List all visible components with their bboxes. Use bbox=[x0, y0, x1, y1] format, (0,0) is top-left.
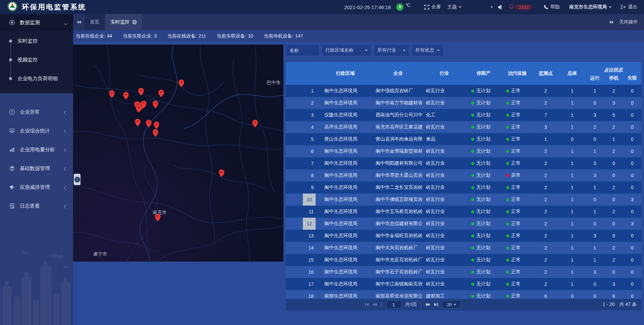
map-marker-icon[interactable] bbox=[153, 129, 158, 137]
industry-select[interactable]: 所有行业 bbox=[374, 45, 409, 56]
map-marker-icon[interactable] bbox=[136, 105, 142, 113]
sidebar-collapse-handle[interactable] bbox=[74, 174, 80, 185]
table-row[interactable]: 5营山生态环境局营山县润丰肉食品有限食品无计划正常10010 bbox=[286, 133, 641, 145]
map-marker-icon[interactable] bbox=[146, 120, 152, 127]
cell-points: 7 bbox=[532, 109, 559, 121]
logout-button[interactable]: 退出 bbox=[621, 4, 637, 10]
cell-row-number: 1 bbox=[286, 85, 318, 97]
table-row[interactable]: 14阆中生态环境局阆中大兴页岩机砖厂砖瓦行业无计划正常21120 bbox=[286, 242, 641, 254]
cell-industry: 建材加工 bbox=[423, 290, 465, 299]
status-select[interactable]: 所有状态 bbox=[412, 45, 443, 56]
map-marker-icon[interactable] bbox=[178, 79, 184, 87]
table-row[interactable]: 6阆中生态环境局阆中市金博瑞新型墙材砖瓦行业无计划正常21120 bbox=[286, 145, 641, 157]
cell-industry: 砖瓦行业 bbox=[423, 278, 465, 290]
cell-lost: 0 bbox=[623, 290, 641, 299]
last-page-button[interactable] bbox=[434, 303, 438, 307]
volume-dropdown[interactable] bbox=[490, 6, 493, 8]
tab-首页[interactable]: 首页 bbox=[85, 14, 105, 30]
status-dot-icon bbox=[506, 126, 509, 129]
top-header: 环保用电监管系统 2021-02-25 17:46:18 0 ℃ 全屏 主题 bbox=[0, 0, 644, 14]
status-dot-icon bbox=[506, 295, 509, 298]
map-marker-icon[interactable] bbox=[135, 119, 141, 126]
table-row[interactable]: 17阆中生态环境局阆中市江南镇阆南页岩砖瓦行业无计划正常21030 bbox=[286, 278, 641, 290]
org-dropdown[interactable]: 南充市生态环境局 bbox=[569, 4, 611, 10]
sidebar-item-企业电力负荷明细[interactable]: 企业电力负荷明细 bbox=[0, 69, 73, 88]
map-marker-icon[interactable] bbox=[154, 121, 159, 129]
cell-production-limit-status: 无计划 bbox=[465, 121, 502, 133]
map-panel[interactable]: 巴中市南充市遂宁市 bbox=[73, 45, 283, 262]
next-page-button[interactable] bbox=[426, 303, 430, 307]
cell-lost: 0 bbox=[623, 121, 641, 133]
table-row[interactable]: 1阆中生态环境局阆中强锐页岩砖厂砖瓦行业无计划正常21120 bbox=[286, 85, 641, 97]
stat-当前停机设备: 当前停机设备:147 bbox=[264, 33, 303, 39]
column-header-企业: 企业 bbox=[373, 62, 423, 85]
map-marker-icon[interactable] bbox=[138, 88, 144, 96]
chevron-down-icon bbox=[437, 50, 440, 51]
sidebar-item-基础数据管理[interactable]: 基础数据管理 bbox=[0, 159, 73, 178]
previous-page-button[interactable] bbox=[373, 303, 377, 307]
table-row[interactable]: 9阆中生态环境局阆中市二龙长宝页岩砖砖瓦行业无计划正常21120 bbox=[286, 181, 641, 194]
cell-points: 2 bbox=[532, 278, 559, 290]
map-marker-icon[interactable] bbox=[109, 90, 115, 98]
sidebar-item-日志查看[interactable]: 日志查看 bbox=[0, 197, 73, 215]
page-number-input[interactable] bbox=[386, 301, 401, 309]
cell-run: 0 bbox=[585, 97, 604, 109]
sidebar-item-企业用电量分析[interactable]: 企业用电量分析 bbox=[0, 140, 73, 159]
cell-run: 2 bbox=[585, 121, 604, 133]
facility-status-label: 正常 bbox=[511, 184, 521, 191]
table-row[interactable]: 13阆中生态环境局阆中市金福旺页岩机砖砖瓦行业无计划正常21300 bbox=[286, 230, 641, 242]
map-marker-icon[interactable] bbox=[252, 120, 258, 127]
close-operations-button[interactable]: 关闭操作 bbox=[619, 19, 638, 25]
help-button[interactable]: 帮助 bbox=[544, 4, 560, 10]
notifications-button[interactable]: 2632 bbox=[509, 4, 532, 10]
sidebar-item-应急减排管理[interactable]: 应急减排管理 bbox=[0, 178, 73, 197]
map-marker-icon[interactable] bbox=[219, 169, 224, 177]
sidebar-item-实时监控[interactable]: 实时监控 bbox=[0, 32, 73, 50]
table-row[interactable]: 4高坪生态环境局南充市高坪区王家店建砖瓦行业无计划正常31220 bbox=[286, 121, 641, 133]
table-row[interactable]: 2阆中生态环境局阆中市南方节能建材有砖瓦行业无计划正常21030 bbox=[286, 97, 641, 109]
status-dot-icon bbox=[506, 210, 509, 213]
stat-当前失联设备: 当前失联设备:10 bbox=[217, 33, 253, 39]
tabs-scroll-right-button[interactable] bbox=[609, 20, 614, 24]
table-row[interactable]: 7阆中生态环境局阆中明阳建材有限公司砖瓦行业无计划正常21300 bbox=[286, 157, 641, 169]
map-marker-icon[interactable] bbox=[141, 101, 147, 108]
tab-close-icon[interactable]: ✕ bbox=[132, 20, 137, 24]
table-row[interactable]: 16阆中生态环境局阆中市石子页岩机砖厂砖瓦行业无计划正常21300 bbox=[286, 266, 641, 278]
tab-实时监控[interactable]: 实时监控✕ bbox=[105, 14, 142, 30]
cell-pollution-facility-status: 正常 bbox=[502, 206, 532, 218]
map-marker-icon[interactable] bbox=[158, 90, 164, 97]
table-row[interactable]: 3仪陇生态环境局西南油气田分公司川中化工无计划正常71350 bbox=[286, 109, 641, 121]
theme-dropdown[interactable]: 主题 bbox=[447, 4, 462, 10]
sidebar-group-header[interactable]: 数据监测 bbox=[0, 14, 73, 31]
sidebar-item-企业异常[interactable]: 企业异常 bbox=[0, 103, 73, 121]
facility-status-label: 正常 bbox=[511, 148, 521, 154]
table-row[interactable]: 11阆中生态环境局阆中市五马桥页岩机砖砖瓦行业无计划正常21120 bbox=[286, 206, 641, 218]
table-row[interactable]: 18南部生态环境局南部县双佳水泥有限公建材加工无计划正常60060 bbox=[286, 290, 641, 299]
sidebar-item-企业综合统计[interactable]: 企业综合统计 bbox=[0, 121, 73, 140]
map-marker-icon[interactable] bbox=[153, 101, 158, 108]
region-select[interactable]: 行政区域名称 bbox=[322, 45, 371, 56]
plan-status-label: 无计划 bbox=[476, 88, 490, 94]
cell-region: 阆中生态环境局 bbox=[318, 194, 373, 206]
cell-industry: 砖瓦行业 bbox=[423, 169, 465, 181]
table-row[interactable]: 10阆中生态环境局阆中千佛镇五郎垭页岩砖瓦行业无计划正常21003 bbox=[286, 194, 641, 206]
sidebar-item-视频监控[interactable]: 视频监控 bbox=[0, 50, 73, 69]
table-row[interactable]: 15阆中生态环境局阆中市光富页岩机砖厂砖瓦行业无计划正常21120 bbox=[286, 254, 641, 266]
page-size-select[interactable]: 20 bbox=[442, 301, 461, 309]
name-search-input[interactable] bbox=[286, 45, 319, 56]
cell-points: 2 bbox=[532, 85, 559, 97]
cell-total: 1 bbox=[559, 218, 585, 230]
stat-value: 10 bbox=[248, 33, 253, 39]
cell-run: 0 bbox=[585, 278, 604, 290]
mute-speaker-button[interactable] bbox=[498, 5, 502, 10]
first-page-button[interactable] bbox=[365, 303, 369, 307]
tabs-scroll-left-button[interactable] bbox=[73, 14, 85, 30]
cell-run: 1 bbox=[585, 254, 604, 266]
table-row[interactable]: 8阆中生态环境局阆中市枣碧大梁山页岩砖瓦行业无计划异常21300 bbox=[286, 169, 641, 181]
map-marker-icon[interactable] bbox=[155, 214, 161, 221]
table-row[interactable]: 12阆中生态环境局阆中市忠信建材有限公砖瓦行业无计划正常21003 bbox=[286, 218, 641, 230]
cell-points: 2 bbox=[532, 194, 559, 206]
map-marker-icon[interactable] bbox=[123, 92, 129, 100]
cell-pollution-facility-status: 正常 bbox=[502, 254, 532, 266]
fullscreen-button[interactable]: 全屏 bbox=[424, 4, 441, 10]
